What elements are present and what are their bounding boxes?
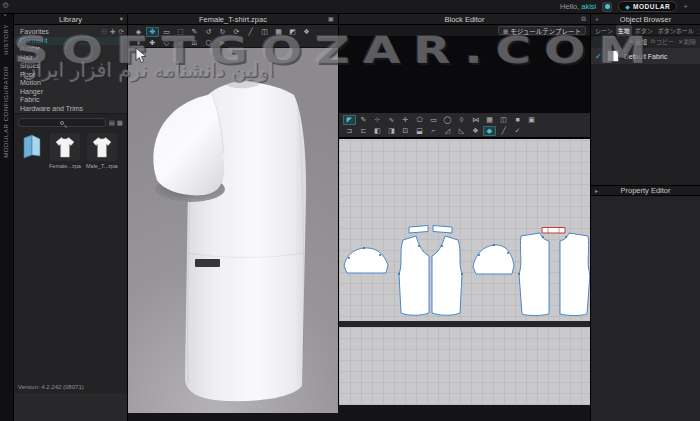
library-category-item[interactable]: Pose [14, 71, 127, 80]
library-category-item[interactable]: Fabric [14, 96, 127, 105]
panel-expand-icon[interactable]: ⧉ [581, 15, 586, 23]
avatar-dot-icon [605, 4, 610, 9]
pattern-tool-icon[interactable]: ◊ [455, 115, 468, 125]
pattern-tool-icon[interactable]: ▭ [427, 115, 440, 125]
pattern-tool-icon[interactable]: ✎ [357, 115, 370, 125]
search-input[interactable] [18, 118, 106, 127]
fabric-swatch[interactable] [607, 50, 619, 62]
object-browser-tab[interactable]: シーン [593, 25, 615, 36]
viewport-tool-icon[interactable]: ⬡ [202, 38, 215, 48]
topbar-plus-icon[interactable]: + [683, 2, 688, 11]
garment-tab[interactable]: Female_T-shirt.zpac ▣ [128, 14, 338, 25]
modular-button[interactable]: ◆ MODULAR [618, 1, 677, 12]
pattern-tool-icon[interactable]: ⊐ [343, 126, 356, 136]
viewport-tool-icon[interactable]: ◈ [132, 27, 145, 37]
viewport-tool-icon[interactable]: ▭ [160, 27, 173, 37]
viewport-tool-icon[interactable]: ⟳ [230, 27, 243, 37]
view-toggle-icon[interactable]: ▤ [109, 119, 115, 127]
property-editor-empty [591, 196, 700, 421]
object-browser-tab[interactable]: 生地 [616, 25, 632, 36]
pattern-tool-icon[interactable]: ▣ [525, 115, 538, 125]
pattern-tool-icon[interactable]: ∿ [385, 115, 398, 125]
property-editor-header[interactable]: ▸ Property Editor [591, 185, 700, 196]
viewport-tool-icon[interactable]: ▱ [174, 38, 187, 48]
object-action-button[interactable]: ✕ 削除 [678, 37, 696, 46]
viewport-tool-icon[interactable]: ✎ [188, 27, 201, 37]
viewport-tool-icon[interactable]: ▦ [272, 27, 285, 37]
pattern-tool-icon[interactable]: ■ [511, 115, 524, 125]
object-browser-tab[interactable]: ボタン [633, 25, 655, 36]
history-tab[interactable]: HISTORY [3, 24, 9, 55]
pattern-tool-icon[interactable]: ✓ [511, 126, 524, 136]
folder-icon [21, 133, 43, 159]
viewport-tool-icon[interactable]: ◩ [286, 27, 299, 37]
pattern-tool-icon[interactable]: ◺ [455, 126, 468, 136]
pattern-tool-icon[interactable]: ❖ [469, 126, 482, 136]
viewport-tool-icon[interactable]: ↻ [216, 27, 229, 37]
pattern-tool-icon[interactable]: ⊹ [371, 115, 384, 125]
library-toolbar-icon[interactable]: ⚇ [101, 28, 107, 36]
viewport-tool-icon[interactable]: ✥ [146, 27, 159, 37]
library-toolbar-icon[interactable]: ✚ [110, 28, 115, 36]
library-category-item[interactable]: Avatar [14, 45, 127, 54]
viewport-tool-icon[interactable]: ✚ [146, 38, 159, 48]
pattern-2d-canvas[interactable] [339, 138, 591, 405]
modular-configurator-tab[interactable]: MODULAR CONFIGURATOR [3, 66, 9, 158]
parent-folder-item[interactable] [20, 133, 44, 159]
pattern-tool-icon[interactable]: ◿ [441, 126, 454, 136]
view-toggle-icon[interactable]: ▦ [117, 119, 123, 127]
pattern-tool-icon[interactable]: ◫ [497, 115, 510, 125]
library-category-label: Hair [20, 54, 33, 61]
viewport-tool-icon[interactable]: ▾ [132, 38, 145, 48]
library-category-item[interactable]: Motion [14, 79, 127, 88]
tab-options-icon[interactable]: ▣ [328, 15, 334, 23]
library-category-item[interactable]: Hardware and Trims [14, 105, 127, 114]
library-category-item[interactable]: Garment [14, 37, 127, 46]
object-browser-header[interactable]: + Object Browser [591, 14, 700, 25]
pattern-tool-icon[interactable]: ⊡ [399, 126, 412, 136]
corner-icon[interactable]: ◔ [2, 11, 9, 20]
viewport-tool-icon[interactable]: ⬚ [174, 27, 187, 37]
viewport-tool-icon[interactable]: ↺ [202, 27, 215, 37]
object-action-button[interactable]: + 追加 [630, 37, 647, 46]
pattern-tool-icon[interactable]: ✛ [399, 115, 412, 125]
library-header[interactable]: Library ▾ [14, 14, 127, 25]
pattern-tool-icon[interactable]: ⬓ [413, 126, 426, 136]
object-action-button[interactable]: ⧉ コピー [651, 37, 674, 46]
chevron-right-icon[interactable]: ▸ [595, 187, 598, 194]
viewport-tool-icon[interactable]: ▶ [216, 38, 229, 48]
library-category-item[interactable]: Shoes [14, 62, 127, 71]
pattern-tool-icon[interactable]: ⊏ [357, 126, 370, 136]
avatar[interactable] [602, 2, 612, 12]
garment-file-item[interactable]: Male_T...zpac [86, 133, 118, 169]
block-editor-header[interactable]: Block Editor ⧉ [339, 14, 590, 25]
pattern-tool-icon[interactable]: ⌐ [427, 126, 440, 136]
fabric-list-item[interactable]: ✓ Default Fabric [591, 48, 700, 64]
library-category-item[interactable]: Hair [14, 54, 127, 63]
pattern-tool-icon[interactable]: ⬠ [413, 115, 426, 125]
garment-file-item[interactable]: Female...zpac [49, 133, 81, 169]
add-panel-icon[interactable]: + [595, 16, 599, 23]
object-browser-tab[interactable]: ボタンホール [656, 25, 696, 36]
pattern-tool-icon[interactable]: ╱ [497, 126, 510, 136]
viewport-tool-icon[interactable]: ◇ [160, 38, 173, 48]
pattern-tool-icon[interactable]: ◯ [441, 115, 454, 125]
library-category-item[interactable]: Hanger [14, 88, 127, 97]
viewport-tool-icon[interactable]: ⊞ [188, 38, 201, 48]
viewport-tool-icon[interactable]: ◫ [258, 27, 271, 37]
viewport-3d-canvas[interactable] [128, 48, 338, 413]
version-text: Version: 4.2.242 (08071) [18, 384, 84, 390]
pattern-tool-icon[interactable]: ◤ [343, 115, 356, 125]
library-toolbar-icon[interactable]: ⟳ [119, 28, 124, 36]
viewport-tool-icon[interactable]: ╱ [244, 27, 257, 37]
corner-icon[interactable]: ⚙ [2, 1, 9, 10]
viewport-tool-icon[interactable]: ❖ [300, 27, 313, 37]
pattern-tool-icon[interactable]: ⋈ [469, 115, 482, 125]
pattern-tool-icon[interactable]: ▦ [483, 115, 496, 125]
module-template-button[interactable]: ▦ モジュールテンプレート [498, 26, 586, 35]
chevron-down-icon[interactable]: ▾ [120, 15, 123, 23]
pattern-tool-icon[interactable]: ◨ [385, 126, 398, 136]
pattern-tool-icon[interactable]: ◆ [483, 126, 496, 136]
pattern-tool-icon[interactable]: ◧ [371, 126, 384, 136]
username-link[interactable]: akisi [581, 2, 596, 11]
